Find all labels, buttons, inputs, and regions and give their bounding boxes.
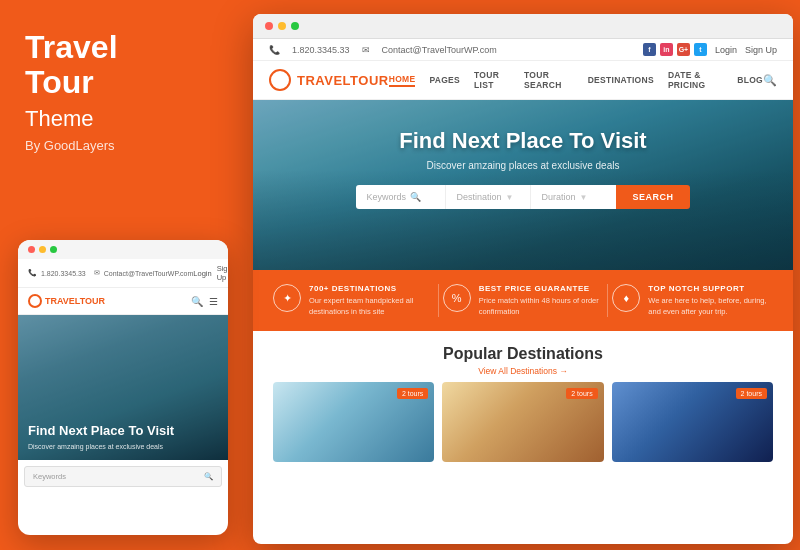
mobile-nav: TRAVELTOUR 🔍 ☰ xyxy=(18,288,228,315)
feature-divider-2 xyxy=(607,284,608,317)
site-nav-links: HOME PAGES TOUR LIST TOUR SEARCH DESTINA… xyxy=(389,70,763,90)
mobile-mockup: 📞 1.820.3345.33 ✉ Contact@TravelTourWP.c… xyxy=(18,240,228,535)
view-all-link[interactable]: View All Destinations → xyxy=(273,366,773,376)
site-signup-link[interactable]: Sign Up xyxy=(745,45,777,55)
browser-chrome xyxy=(253,14,793,39)
facebook-icon[interactable]: f xyxy=(643,43,656,56)
feature-price: % BEST PRICE GUARANTEE Price match withi… xyxy=(443,284,604,317)
mobile-email-text: Contact@TravelTourWP.com xyxy=(104,270,194,277)
mobile-dot-red xyxy=(28,246,35,253)
mobile-top-bar xyxy=(18,240,228,259)
twitter-icon[interactable]: t xyxy=(694,43,707,56)
mobile-search-placeholder: Keywords xyxy=(33,472,66,481)
mobile-logo-text: TRAVELTOUR xyxy=(45,296,105,306)
site-top-bar-right: f in G+ t Login Sign Up xyxy=(643,43,777,56)
mobile-hero-title: Find Next Place To Visit xyxy=(28,423,174,439)
mobile-login-link[interactable]: Login xyxy=(193,269,211,278)
mobile-logo-circle xyxy=(28,294,42,308)
mobile-nav-icons: 🔍 ☰ xyxy=(191,296,218,307)
nav-blog[interactable]: BLOG xyxy=(737,75,763,85)
site-hero-content: Find Next Place To Visit Discover amzain… xyxy=(253,100,793,209)
feature-price-title: BEST PRICE GUARANTEE xyxy=(479,284,604,293)
dest-card-1[interactable]: 2 tours xyxy=(273,382,434,462)
nav-tour-list[interactable]: TOUR LIST xyxy=(474,70,510,90)
feature-destinations: ✦ 700+ DESTINATIONS Our expert team hand… xyxy=(273,284,434,317)
destination-cards: 2 tours 2 tours 2 tours xyxy=(273,382,773,462)
feature-price-desc: Price match within 48 hours of order con… xyxy=(479,296,604,317)
mobile-header-right: Login Sign Up xyxy=(193,264,228,282)
feature-divider-1 xyxy=(438,284,439,317)
mobile-phone-text: 1.820.3345.33 xyxy=(41,270,86,277)
mobile-dot-green xyxy=(50,246,57,253)
popular-title: Popular Destinations xyxy=(273,345,773,363)
mobile-search-icon[interactable]: 🔍 xyxy=(191,296,203,307)
site-logo: TRAVELTOUR xyxy=(269,69,389,91)
site-phone-icon: 📞 xyxy=(269,45,280,55)
search-keywords-text: Keywords xyxy=(366,192,406,202)
feature-destinations-desc: Our expert team handpicked all destinati… xyxy=(309,296,434,317)
feature-support-icon: ♦ xyxy=(612,284,640,312)
search-button[interactable]: Search xyxy=(616,185,689,209)
site-social-icons: f in G+ t xyxy=(643,43,707,56)
site-hero-subtitle: Discover amzaing places at exclusive dea… xyxy=(253,160,793,171)
brand-title: Travel Tour Theme By GoodLayers xyxy=(25,30,220,153)
site-email: Contact@TravelTourWP.com xyxy=(382,45,497,55)
search-destination-text: Destination xyxy=(456,192,501,202)
mobile-dot-yellow xyxy=(39,246,46,253)
popular-header: Popular Destinations View All Destinatio… xyxy=(273,345,773,376)
search-destination-field[interactable]: Destination ▼ xyxy=(446,185,531,209)
site-hero-title: Find Next Place To Visit xyxy=(253,128,793,154)
site-top-bar: 📞 1.820.3345.33 ✉ Contact@TravelTourWP.c… xyxy=(253,39,793,61)
browser-dot-yellow xyxy=(278,22,286,30)
brand-subtitle: Theme xyxy=(25,106,220,132)
feature-support-text: TOP NOTCH SUPPORT We are here to help, b… xyxy=(648,284,773,317)
nav-pages[interactable]: PAGES xyxy=(429,75,460,85)
google-plus-icon[interactable]: G+ xyxy=(677,43,690,56)
features-bar: ✦ 700+ DESTINATIONS Our expert team hand… xyxy=(253,270,793,331)
dest-card-badge-3: 2 tours xyxy=(736,388,767,399)
search-duration-field[interactable]: Duration ▼ xyxy=(531,185,616,209)
mobile-phone-icon: 📞 xyxy=(28,269,37,277)
instagram-icon[interactable]: in xyxy=(660,43,673,56)
dest-card-badge-2: 2 tours xyxy=(566,388,597,399)
nav-tour-search[interactable]: TOUR SEARCH xyxy=(524,70,574,90)
site-hero: Find Next Place To Visit Discover amzain… xyxy=(253,100,793,270)
mobile-logo: TRAVELTOUR xyxy=(28,294,105,308)
mobile-hero-sub: Discover amzaing places at exclusive dea… xyxy=(28,443,163,450)
search-icon: 🔍 xyxy=(410,192,421,202)
site-email-icon: ✉ xyxy=(362,45,370,55)
site-phone: 1.820.3345.33 xyxy=(292,45,350,55)
feature-price-text: BEST PRICE GUARANTEE Price match within … xyxy=(479,284,604,317)
dest-card-3[interactable]: 2 tours xyxy=(612,382,773,462)
feature-support: ♦ TOP NOTCH SUPPORT We are here to help,… xyxy=(612,284,773,317)
mobile-search-bar[interactable]: Keywords 🔍 xyxy=(24,466,222,487)
browser-dot-green xyxy=(291,22,299,30)
mobile-menu-icon[interactable]: ☰ xyxy=(209,296,218,307)
feature-destinations-icon: ✦ xyxy=(273,284,301,312)
site-logo-circle xyxy=(269,69,291,91)
feature-destinations-text: 700+ DESTINATIONS Our expert team handpi… xyxy=(309,284,434,317)
search-keywords-field[interactable]: Keywords 🔍 xyxy=(356,185,446,209)
nav-date-pricing[interactable]: DATE & PRICING xyxy=(668,70,723,90)
site-top-bar-left: 📞 1.820.3345.33 ✉ Contact@TravelTourWP.c… xyxy=(269,45,497,55)
site-nav-search-icon[interactable]: 🔍 xyxy=(763,74,777,87)
brand-by: By GoodLayers xyxy=(25,138,220,153)
nav-destinations[interactable]: DESTINATIONS xyxy=(588,75,654,85)
mobile-header-icons: 📞 1.820.3345.33 ✉ Contact@TravelTourWP.c… xyxy=(28,269,193,277)
site-login-link[interactable]: Login xyxy=(715,45,737,55)
mobile-email-icon: ✉ xyxy=(94,269,100,277)
feature-support-title: TOP NOTCH SUPPORT xyxy=(648,284,773,293)
duration-arrow-icon: ▼ xyxy=(580,193,588,202)
site-logo-text: TRAVELTOUR xyxy=(297,73,389,88)
dest-card-badge-1: 2 tours xyxy=(397,388,428,399)
nav-home[interactable]: HOME xyxy=(389,74,416,87)
mobile-search-icon-small: 🔍 xyxy=(204,472,213,481)
feature-support-desc: We are here to help, before, during, and… xyxy=(648,296,773,317)
mobile-hero: Find Next Place To Visit Discover amzain… xyxy=(18,315,228,460)
site-auth-links: Login Sign Up xyxy=(715,45,777,55)
browser-window: 📞 1.820.3345.33 ✉ Contact@TravelTourWP.c… xyxy=(253,14,793,544)
website-content: 📞 1.820.3345.33 ✉ Contact@TravelTourWP.c… xyxy=(253,39,793,539)
dest-card-2[interactable]: 2 tours xyxy=(442,382,603,462)
mobile-signup-link[interactable]: Sign Up xyxy=(217,264,228,282)
site-hero-search: Keywords 🔍 Destination ▼ Duration ▼ Sear… xyxy=(273,185,773,209)
